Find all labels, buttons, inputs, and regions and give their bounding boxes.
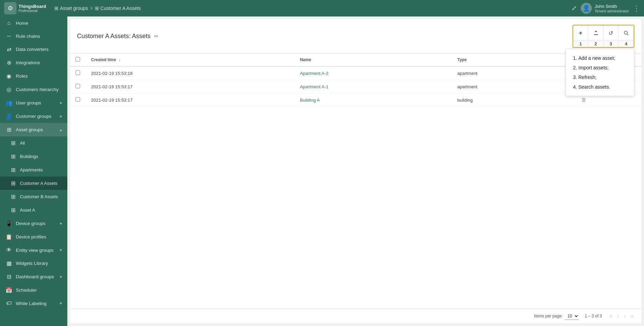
data-converters-icon: ⇄ (5, 46, 12, 53)
user-profile[interactable]: 👤 John Smith Tenant administrator (581, 3, 629, 14)
sidebar-item-data-converters[interactable]: ⇄ Data converters (0, 43, 67, 56)
sidebar-item-roles[interactable]: ◉ Roles (0, 69, 67, 83)
sidebar-item-device-groups[interactable]: 📱 Device groups ▾ (0, 217, 67, 230)
sidebar-item-buildings[interactable]: ⊞ Buildings (0, 150, 67, 163)
next-page-button[interactable]: › (622, 312, 628, 321)
sidebar-item-widgets-library[interactable]: ▦ Widgets Library (0, 257, 67, 270)
row-checkbox-cell[interactable] (70, 66, 86, 80)
table-header-row: Created time ↓ Name Type (70, 54, 641, 66)
sidebar-label-white-labeling: White Labeling (16, 301, 56, 306)
sidebar-label-customer-a-assets: Customer A Assets (20, 181, 62, 186)
breadcrumb-icon-1: ⊞ (54, 5, 58, 11)
breadcrumb-label-2: Customer A Assets (100, 5, 141, 11)
sidebar-item-asset-groups[interactable]: ⊞ Asset groups ▴ (0, 123, 67, 136)
table-row: 2021-02-19 15:53:17 Building A building … (70, 93, 641, 107)
page-title-area: Customer A Assets: Assets ✏ (77, 33, 158, 40)
type-header: Type (452, 54, 576, 66)
sidebar-label-customer-b-assets: Customer B Assets (20, 194, 62, 199)
sidebar-item-dashboard-groups[interactable]: ⊟ Dashboard groups ▾ (0, 270, 67, 283)
breadcrumb-customer-a-assets[interactable]: ⊞ Customer A Assets (95, 5, 141, 11)
callout-tooltip: Add a new asset; Import assets; Refresh;… (566, 49, 634, 96)
svg-line-1 (627, 34, 628, 35)
page-title: Customer A Assets: Assets (77, 33, 151, 40)
import-assets-button[interactable] (588, 25, 603, 41)
last-page-button[interactable]: » (629, 312, 636, 321)
callout-item-4: Search assets. (578, 82, 629, 92)
customer-groups-chevron: ▾ (60, 114, 62, 119)
sidebar-item-rule-chains[interactable]: ↔ Rule chains (0, 30, 67, 43)
sidebar-item-home[interactable]: ⌂ Home (0, 16, 67, 30)
btn-num-1: 1 (573, 41, 588, 47)
select-all-checkbox[interactable] (76, 57, 80, 61)
customers-hierarchy-icon: ◎ (5, 86, 12, 93)
first-page-button[interactable]: « (608, 312, 615, 321)
sidebar-label-device-profiles: Device profiles (16, 234, 62, 239)
sidebar: ⌂ Home ↔ Rule chains ⇄ Data converters ⊕… (0, 16, 67, 326)
row-checkbox[interactable] (76, 84, 80, 88)
sidebar-item-device-profiles[interactable]: 📋 Device profiles (0, 230, 67, 244)
entity-view-groups-icon: 👁 (5, 247, 12, 253)
user-info: John Smith Tenant administrator (595, 4, 629, 13)
search-assets-button[interactable] (619, 25, 634, 41)
toolbar-buttons-row: + ↺ (573, 25, 634, 41)
widgets-library-icon: ▦ (5, 260, 12, 267)
items-per-page-select[interactable]: 10 25 50 (565, 313, 579, 320)
delete-icon[interactable]: 🗑 (581, 97, 587, 103)
sidebar-item-customer-groups[interactable]: 👤 Customer groups ▾ (0, 110, 67, 123)
sidebar-label-asset-a: Asset A (20, 207, 62, 213)
sidebar-item-integrations[interactable]: ⊕ Integrations (0, 56, 67, 69)
dashboard-groups-chevron: ▾ (60, 274, 62, 279)
created-time-header[interactable]: Created time ↓ (86, 54, 295, 66)
table-row: 2021-02-19 15:53:18 Apartment A-2 apartm… (70, 66, 641, 80)
fullscreen-icon[interactable]: ⤢ (571, 4, 577, 12)
sidebar-label-data-converters: Data converters (16, 47, 62, 52)
sidebar-item-customer-b-assets[interactable]: ⊞ Customer B Assets (0, 190, 67, 203)
sidebar-item-customer-a-assets[interactable]: ⊞ Customer A Assets (0, 177, 67, 190)
device-groups-chevron: ▾ (60, 221, 62, 226)
breadcrumb-label-1: Asset groups (60, 5, 88, 11)
customer-groups-icon: 👤 (5, 113, 12, 120)
row-checkbox-cell[interactable] (70, 80, 86, 93)
logo-sub: Professional (19, 9, 46, 13)
sidebar-label-rule-chains: Rule chains (16, 34, 62, 39)
callout-item-1: Add a new asset; (578, 53, 629, 63)
sidebar-label-customer-groups: Customer groups (16, 114, 56, 119)
breadcrumb-separator: > (90, 5, 93, 11)
type-cell: apartment (452, 80, 576, 93)
sidebar-item-white-labeling[interactable]: 🏷 White Labeling ▾ (0, 297, 67, 310)
btn-num-3: 3 (603, 41, 619, 47)
row-checkbox-cell[interactable] (70, 93, 86, 107)
toolbar-container: + ↺ (573, 25, 634, 48)
white-labeling-chevron: ▾ (60, 301, 62, 306)
asset-groups-icon: ⊞ (5, 126, 12, 133)
name-cell[interactable]: Apartment A-2 (295, 66, 452, 80)
sidebar-item-customers-hierarchy[interactable]: ◎ Customers hierarchy (0, 83, 67, 96)
sort-arrow: ↓ (119, 57, 121, 62)
sidebar-item-entity-view-groups[interactable]: 👁 Entity view groups ▾ (0, 244, 67, 257)
main-content: Customer A Assets: Assets ✏ + (67, 16, 644, 326)
name-cell[interactable]: Apartment A-1 (295, 80, 452, 93)
sidebar-item-user-groups[interactable]: 👥 User groups ▾ (0, 96, 67, 110)
toolbar-numbers-row: 1 2 3 4 (573, 41, 634, 47)
sidebar-item-all[interactable]: ⊞ All (0, 136, 67, 150)
topbar-more-icon[interactable]: ⋮ (633, 4, 640, 12)
prev-page-button[interactable]: ‹ (615, 312, 621, 321)
edit-icon[interactable]: ✏ (154, 33, 158, 40)
device-groups-icon: 📱 (5, 220, 12, 227)
breadcrumb: ⊞ Asset groups > ⊞ Customer A Assets (54, 5, 569, 11)
sidebar-item-asset-a[interactable]: ⊞ Asset A (0, 203, 67, 217)
name-cell[interactable]: Building A (295, 93, 452, 107)
breadcrumb-asset-groups[interactable]: ⊞ Asset groups (54, 5, 88, 11)
select-all-header[interactable] (70, 54, 86, 66)
row-checkbox[interactable] (76, 70, 80, 75)
row-checkbox[interactable] (76, 97, 80, 102)
add-asset-button[interactable]: + (573, 25, 588, 41)
sidebar-item-apartments[interactable]: ⊞ Apartments (0, 163, 67, 177)
user-role: Tenant administrator (595, 9, 629, 13)
sidebar-label-home: Home (16, 21, 62, 26)
scheduler-icon: 📅 (5, 287, 12, 293)
btn-num-4: 4 (619, 41, 634, 47)
refresh-button[interactable]: ↺ (603, 25, 619, 41)
sidebar-label-apartments: Apartments (20, 167, 62, 172)
sidebar-item-scheduler[interactable]: 📅 Scheduler (0, 283, 67, 297)
